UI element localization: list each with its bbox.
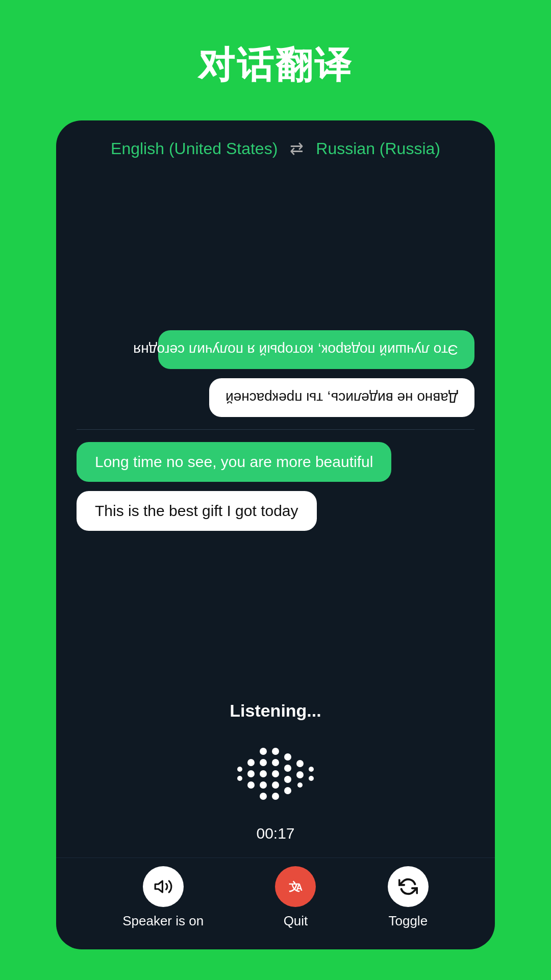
- dot: [297, 782, 303, 788]
- green-bubble-text: Long time no see, you are more beautiful: [95, 453, 373, 470]
- dot: [247, 770, 255, 777]
- dot: [272, 748, 279, 755]
- dot: [284, 787, 291, 794]
- app-background: 对话翻译 English (United States) ⇄ Russian (…: [0, 0, 551, 980]
- wave-col-1: [237, 767, 242, 781]
- svg-marker-0: [155, 881, 162, 892]
- toggle-icon-circle: [388, 866, 429, 907]
- dot: [260, 793, 267, 800]
- green-bubble: Long time no see, you are more beautiful: [77, 442, 391, 482]
- dot: [284, 753, 291, 761]
- wave-col-4: [272, 748, 279, 800]
- speaker-button[interactable]: Speaker is on: [122, 866, 204, 929]
- toggle-label: Toggle: [388, 913, 428, 929]
- bottom-controls: Speaker is on 文 A Quit Toggle: [56, 857, 495, 949]
- dot: [260, 759, 267, 766]
- white-bubble-text: This is the best gift I got today: [95, 502, 298, 519]
- flipped-green-text: Это лучший подарок, который я получил се…: [174, 341, 458, 358]
- dot: [247, 759, 255, 766]
- timer-display: 00:17: [256, 825, 294, 842]
- quit-button[interactable]: 文 A Quit: [275, 866, 316, 929]
- dot: [247, 781, 255, 789]
- dot: [296, 771, 304, 778]
- listening-section: Listening...: [56, 691, 495, 857]
- dot: [284, 776, 291, 783]
- speaker-icon: [154, 877, 173, 896]
- speaker-icon-circle: [143, 866, 184, 907]
- dot: [296, 760, 304, 767]
- lang-bar: English (United States) ⇄ Russian (Russi…: [56, 120, 495, 168]
- dot: [272, 759, 279, 766]
- toggle-button[interactable]: Toggle: [388, 866, 429, 929]
- listening-label: Listening...: [230, 701, 321, 721]
- chat-bottom: Long time no see, you are more beautiful…: [77, 442, 474, 680]
- flipped-white-text: Давно не виделись, ты прекрасней: [226, 389, 458, 406]
- speaker-label: Speaker is on: [122, 913, 204, 929]
- wave-col-2: [247, 759, 255, 789]
- dot: [260, 781, 267, 789]
- chat-top: Это лучший подарок, который я получил се…: [77, 179, 474, 417]
- waveform: [237, 733, 314, 815]
- swap-icon[interactable]: ⇄: [290, 139, 304, 158]
- dot: [272, 793, 279, 800]
- wave-col-7: [309, 767, 314, 781]
- dot: [309, 776, 314, 781]
- dot: [284, 765, 291, 772]
- dot: [272, 781, 279, 789]
- wave-col-3: [260, 748, 267, 800]
- wave-col-6: [296, 760, 304, 788]
- app-title: 对话翻译: [198, 41, 353, 90]
- left-language[interactable]: English (United States): [111, 139, 278, 158]
- dot: [260, 770, 267, 777]
- dot: [272, 770, 279, 777]
- chat-area: Это лучший подарок, который я получил се…: [56, 168, 495, 691]
- dot: [237, 776, 242, 781]
- chat-divider: [77, 429, 474, 430]
- white-bubble: This is the best gift I got today: [77, 491, 317, 531]
- wave-col-5: [284, 753, 291, 794]
- flipped-white-bubble: Давно не виделись, ты прекрасней: [209, 378, 474, 417]
- quit-icon-circle: 文 A: [275, 866, 316, 907]
- quit-label: Quit: [284, 913, 308, 929]
- svg-text:A: A: [296, 883, 303, 893]
- phone-card: English (United States) ⇄ Russian (Russi…: [56, 120, 495, 949]
- dot: [309, 767, 314, 772]
- refresh-icon: [398, 877, 418, 896]
- dot: [260, 748, 267, 755]
- dot: [237, 767, 242, 772]
- flipped-green-bubble: Это лучший подарок, который я получил се…: [158, 330, 474, 369]
- right-language[interactable]: Russian (Russia): [316, 139, 440, 158]
